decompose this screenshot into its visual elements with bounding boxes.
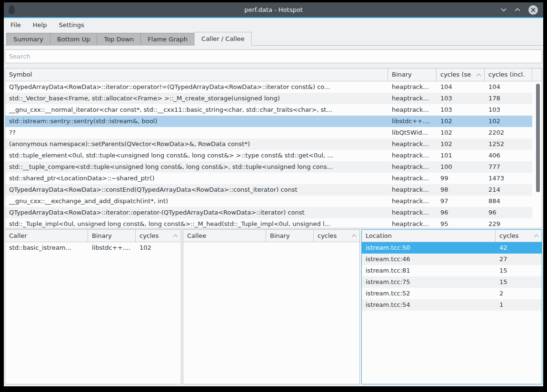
symbol-table-row[interactable]: __gnu_cxx::__normal_iterator<char const*… (5, 104, 532, 116)
tab-summary[interactable]: Summary (6, 33, 50, 45)
binary-cell: heaptrack... (388, 81, 437, 93)
symbol-table-row[interactable]: std::__tuple_compare<std::tuple<unsigned… (5, 161, 532, 173)
window-title: perf.data - Hotspot (4, 6, 543, 13)
cycles-self-cell: 95 (437, 218, 485, 228)
location-cell: istream.tcc:46 (362, 254, 496, 265)
scrollbar-handle[interactable] (536, 84, 540, 192)
location-cell: istream.tcc:52 (362, 288, 496, 299)
close-icon[interactable] (528, 5, 538, 15)
symbol-cell: std::tuple_element<0ul, std::tuple<unsig… (5, 150, 388, 161)
search-input[interactable] (5, 49, 542, 63)
symbol-table-row[interactable]: std::shared_ptr<LocationData>::~shared_p… (5, 173, 532, 184)
cycles-cell: 2 (496, 288, 542, 299)
menu-help[interactable]: Help (33, 21, 47, 29)
location-row[interactable]: istream.tcc:52 2 (362, 288, 542, 299)
symbol-cell: std::shared_ptr<LocationData>::~shared_p… (5, 173, 388, 184)
cycles-incl-cell: 104 (485, 81, 532, 93)
symbol-cell: std::_Vector_base<Frame, std::allocator<… (5, 93, 388, 104)
minimize-icon[interactable] (500, 7, 507, 12)
column-header-cycles-incl[interactable]: cycles (incl. (485, 69, 532, 81)
maximize-icon[interactable] (514, 7, 521, 12)
tab-bottom-up[interactable]: Bottom Up (50, 33, 98, 45)
vertical-scrollbar[interactable] (536, 83, 540, 226)
window-controls (500, 5, 543, 15)
sort-ascending-icon (173, 235, 178, 239)
location-row[interactable]: istream.tcc:54 1 (362, 299, 542, 311)
column-header-callee[interactable]: Callee (183, 230, 266, 242)
symbol-table-row[interactable]: std::_Vector_base<Frame, std::allocator<… (5, 93, 532, 104)
location-cell: istream.tcc:54 (362, 299, 496, 311)
location-row[interactable]: istream.tcc:75 15 (362, 276, 542, 288)
symbol-table-row[interactable]: std::tuple_element<0ul, std::tuple<unsig… (5, 150, 532, 161)
cycles-self-cell: 98 (437, 184, 485, 196)
symbol-table-row[interactable]: std::_Tuple_impl<0ul, unsigned long cons… (5, 218, 532, 228)
locations-body: istream.tcc:50 42 istream.tcc:46 27 istr… (362, 242, 542, 384)
menu-settings[interactable]: Settings (59, 21, 84, 29)
column-header-binary[interactable]: Binary (266, 230, 314, 242)
cycles-self-cell: 103 (437, 104, 485, 116)
column-header-location[interactable]: Location (362, 230, 496, 242)
symbol-table-row[interactable]: QTypedArrayData<RowData>::constEnd(QType… (5, 184, 532, 196)
symbol-table-row[interactable]: __gnu_cxx::__exchange_and_add_dispatch(i… (5, 196, 532, 207)
menu-file[interactable]: File (10, 21, 21, 29)
symbol-table-row[interactable]: ?? libQt5Wid... 102 2202 (5, 127, 532, 138)
cycles-self-cell: 100 (437, 161, 485, 173)
cycles-self-cell: 102 (437, 127, 485, 138)
tab-bar: Summary Bottom Up Top Down Flame Graph C… (4, 32, 543, 46)
cycles-cell: 15 (496, 276, 542, 288)
column-header-cycles[interactable]: cycles (314, 230, 359, 242)
binary-cell: heaptrack... (388, 184, 437, 196)
column-header-cycles[interactable]: cycles (496, 230, 542, 242)
cycles-incl-cell: 1473 (485, 173, 532, 184)
symbol-cell: QTypedArrayData<RowData>::iterator::oper… (5, 207, 388, 218)
hotspot-app-icon (9, 5, 15, 14)
location-row[interactable]: istream.tcc:46 27 (362, 254, 542, 265)
column-header-symbol[interactable]: Symbol (5, 69, 388, 81)
column-header-caller[interactable]: Caller (5, 230, 88, 242)
symbol-table-row-selected[interactable]: std::istream::sentry::sentry(std::istrea… (5, 116, 532, 127)
symbol-cell: ?? (5, 127, 388, 138)
symbol-cell: __gnu_cxx::__normal_iterator<char const*… (5, 104, 388, 116)
symbol-cell: std::__tuple_compare<std::tuple<unsigned… (5, 161, 388, 173)
cycles-incl-cell: 103 (485, 104, 532, 116)
symbol-cell: __gnu_cxx::__exchange_and_add_dispatch(i… (5, 196, 388, 207)
titlebar[interactable]: perf.data - Hotspot (4, 2, 543, 18)
column-header-cycles-self-label: cycles (se (440, 69, 471, 81)
binary-cell: heaptrack... (388, 150, 437, 161)
symbol-table: Symbol Binary cycles (se cycles (incl. Q… (5, 68, 542, 228)
binary-cell: libstdc++.... (388, 116, 437, 127)
column-header-cycles[interactable]: cycles (136, 230, 181, 242)
symbol-table-row[interactable]: (anonymous namespace)::setParents(QVecto… (5, 138, 532, 150)
location-row-selected[interactable]: istream.tcc:50 42 (362, 242, 542, 254)
cycles-self-cell: 102 (437, 138, 485, 150)
location-row[interactable]: istream.tcc:81 15 (362, 265, 542, 276)
column-header-cycles-self[interactable]: cycles (se (437, 69, 485, 81)
cycles-incl-cell: 884 (485, 196, 532, 207)
tab-caller-callee[interactable]: Caller / Callee (194, 32, 252, 46)
cycles-incl-cell: 406 (485, 150, 532, 161)
binary-cell: libstdc++.... (88, 242, 136, 254)
binary-cell: heaptrack... (388, 196, 437, 207)
cycles-cell: 1 (496, 299, 542, 311)
symbol-cell: std::istream::sentry::sentry(std::istrea… (5, 116, 388, 127)
header-scrollbar-gap (532, 69, 542, 81)
caller-row[interactable]: std::basic_istream... libstdc++.... 102 (5, 242, 181, 254)
cycles-self-cell: 97 (437, 196, 485, 207)
column-header-binary[interactable]: Binary (88, 230, 136, 242)
tab-top-down[interactable]: Top Down (97, 33, 141, 45)
column-header-binary[interactable]: Binary (388, 69, 437, 81)
cycles-incl-cell: 2202 (485, 127, 532, 138)
callees-body (183, 242, 359, 384)
cycles-incl-cell: 777 (485, 161, 532, 173)
cycles-cell: 15 (496, 265, 542, 276)
location-cell: istream.tcc:50 (362, 242, 496, 254)
caller-callee-page: Symbol Binary cycles (se cycles (incl. Q… (4, 46, 543, 386)
symbol-table-row[interactable]: QTypedArrayData<RowData>::iterator::oper… (5, 81, 532, 93)
cycles-cell: 27 (496, 254, 542, 265)
callers-panel: Caller Binary cycles std::basic_istream.… (5, 229, 181, 384)
detail-panels: Caller Binary cycles std::basic_istream.… (5, 229, 542, 384)
cycles-self-cell: 102 (437, 116, 485, 127)
symbol-table-row[interactable]: QTypedArrayData<RowData>::iterator::oper… (5, 207, 532, 218)
cycles-self-cell: 99 (437, 173, 485, 184)
tab-flame-graph[interactable]: Flame Graph (140, 33, 195, 45)
